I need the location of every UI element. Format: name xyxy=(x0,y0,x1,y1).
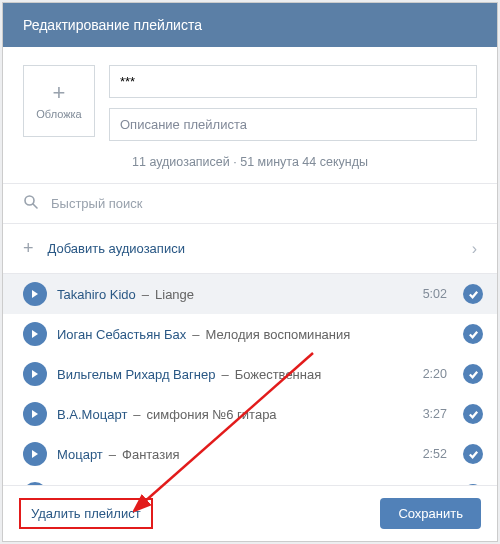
track-duration: 5:02 xyxy=(413,287,447,301)
playlist-stats: 11 аудиозаписей · 51 минута 44 секунды xyxy=(3,151,497,183)
save-button[interactable]: Сохранить xyxy=(380,498,481,529)
track-artist: Иоган Себастьян Бах xyxy=(57,327,186,342)
track-row[interactable]: Иоган Себастьян Бах–Мелодия воспоминания xyxy=(3,314,497,354)
playlist-description-input[interactable] xyxy=(109,108,477,141)
add-audio-button[interactable]: + Добавить аудиозаписи › xyxy=(3,223,497,274)
check-icon[interactable] xyxy=(463,404,483,424)
delete-playlist-link[interactable]: Удалить плейлист xyxy=(19,498,153,529)
play-icon[interactable] xyxy=(23,322,47,346)
track-row[interactable]: Takahiro Kido–Liange5:02 xyxy=(3,274,497,314)
check-icon[interactable] xyxy=(463,364,483,384)
track-title: Liange xyxy=(155,287,194,302)
top-section: + Обложка xyxy=(3,47,497,151)
check-icon[interactable] xyxy=(463,324,483,344)
track-row[interactable]: Вильгельм Рихард Вагнер–Божественная2:20 xyxy=(3,354,497,394)
check-icon[interactable] xyxy=(463,444,483,464)
plus-icon: + xyxy=(23,238,34,259)
search-input[interactable] xyxy=(51,196,477,211)
play-icon[interactable] xyxy=(23,282,47,306)
dash: – xyxy=(109,447,116,462)
cover-label: Обложка xyxy=(36,108,81,120)
plus-icon: + xyxy=(53,82,66,104)
track-row[interactable]: Моцарт–Фантазия2:52 xyxy=(3,434,497,474)
track-artist: Моцарт xyxy=(57,447,103,462)
track-row[interactable]: В.А.Моцарт–симфония №6 гитара3:27 xyxy=(3,394,497,434)
track-duration: 2:52 xyxy=(413,447,447,461)
track-duration: 2:20 xyxy=(413,367,447,381)
dash: – xyxy=(221,367,228,382)
check-icon[interactable] xyxy=(463,284,483,304)
track-title: Мелодия воспоминания xyxy=(205,327,350,342)
search-icon xyxy=(23,194,39,213)
modal-header: Редактирование плейлиста xyxy=(3,3,497,47)
playlist-title-input[interactable] xyxy=(109,65,477,98)
play-icon[interactable] xyxy=(23,442,47,466)
modal-footer: Удалить плейлист Сохранить xyxy=(3,485,497,541)
dash: – xyxy=(142,287,149,302)
track-title: Божественная xyxy=(235,367,322,382)
track-text: Вильгельм Рихард Вагнер–Божественная xyxy=(57,367,403,382)
fields xyxy=(109,65,477,141)
track-title: Фантазия xyxy=(122,447,179,462)
track-artist: Вильгельм Рихард Вагнер xyxy=(57,367,215,382)
svg-line-1 xyxy=(33,204,37,208)
search-row xyxy=(3,183,497,223)
track-text: Takahiro Kido–Liange xyxy=(57,287,403,302)
cover-upload-button[interactable]: + Обложка xyxy=(23,65,95,137)
modal-title: Редактирование плейлиста xyxy=(23,17,202,33)
track-artist: Takahiro Kido xyxy=(57,287,136,302)
dash: – xyxy=(192,327,199,342)
track-text: Моцарт–Фантазия xyxy=(57,447,403,462)
chevron-right-icon: › xyxy=(472,240,477,258)
add-audio-label: Добавить аудиозаписи xyxy=(48,241,185,256)
edit-playlist-modal: Редактирование плейлиста + Обложка 11 ау… xyxy=(2,2,498,542)
play-icon[interactable] xyxy=(23,362,47,386)
track-text: В.А.Моцарт–симфония №6 гитара xyxy=(57,407,403,422)
track-text: Иоган Себастьян Бах–Мелодия воспоминания xyxy=(57,327,403,342)
track-list: Takahiro Kido–Liange5:02Иоган Себастьян … xyxy=(3,274,497,485)
track-artist: В.А.Моцарт xyxy=(57,407,127,422)
dash: – xyxy=(133,407,140,422)
track-duration: 3:27 xyxy=(413,407,447,421)
play-icon[interactable] xyxy=(23,402,47,426)
track-title: симфония №6 гитара xyxy=(147,407,277,422)
track-row[interactable]: Иоганн Себастьян Бах...... Моцарт, Ваг…–… xyxy=(3,474,497,485)
